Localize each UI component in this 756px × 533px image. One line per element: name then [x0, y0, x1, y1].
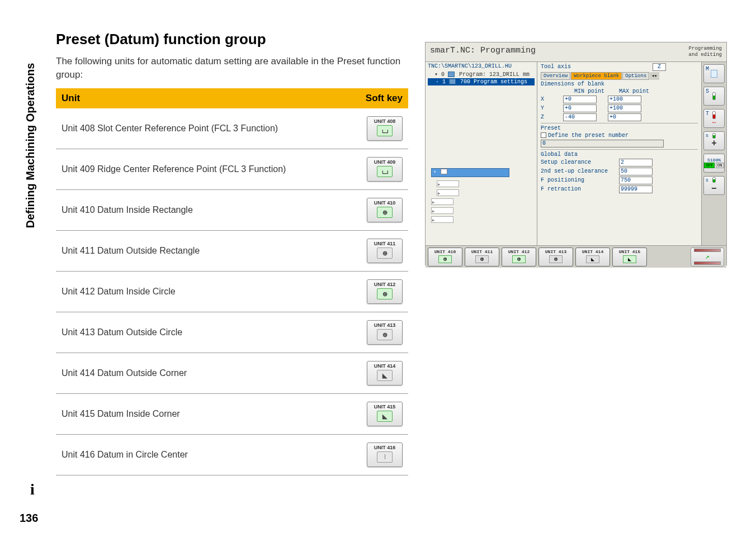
- softkey-cell: UNIT 411: [352, 230, 408, 271]
- table-row: Unit 410 Datum Inside RectangleUNIT 410: [56, 189, 408, 230]
- x-max-input[interactable]: +100: [608, 96, 641, 103]
- softkey-button[interactable]: UNIT 413: [367, 320, 403, 345]
- tool-axis-row: Tool axis Z: [541, 63, 698, 71]
- page-title: Preset (Datum) function group: [56, 31, 408, 48]
- z-min-input[interactable]: -40: [563, 113, 597, 121]
- footer-softkey-label: UNIT 413: [545, 249, 566, 254]
- softkey-button[interactable]: UNIT 416: [367, 442, 403, 467]
- tree-num-1: 1: [442, 79, 446, 85]
- tool-axis-value[interactable]: Z: [653, 63, 666, 71]
- sidebar-label-text: Defining Machining Operations: [25, 63, 37, 228]
- scr-mode-line2: and editing: [689, 52, 722, 58]
- footer-softkey-label: UNIT 414: [582, 249, 603, 254]
- unit-description: Unit 415 Datum Inside Corner: [56, 393, 352, 434]
- tb-plus-button[interactable]: S +: [703, 131, 725, 150]
- footer-nav-button[interactable]: ↗: [691, 248, 724, 266]
- y-max-input[interactable]: +100: [608, 104, 641, 112]
- tb-minus-button[interactable]: S –: [703, 176, 725, 195]
- footer-softkey-button[interactable]: UNIT 412: [502, 248, 536, 266]
- tab-workpiece-blank[interactable]: Workpiece blank: [571, 72, 622, 80]
- minus-icon: –: [711, 183, 717, 194]
- footer-softkey-button[interactable]: UNIT 413: [538, 248, 573, 266]
- footer-softkey-label: UNIT 411: [471, 249, 493, 254]
- tree-placeholder-1[interactable]: ▹: [437, 180, 459, 187]
- program-icon: [448, 72, 455, 77]
- softkey-button[interactable]: UNIT 408: [367, 116, 403, 141]
- footer-softkey-icon: [438, 255, 452, 263]
- footer-softkey-icon: [512, 255, 526, 263]
- scr-tree-settings[interactable]: · 1 700 Program settings: [428, 78, 535, 85]
- softkey-label: UNIT 414: [367, 363, 402, 369]
- tb-m-button[interactable]: M: [703, 64, 725, 83]
- tab-overview[interactable]: Overview: [541, 72, 570, 80]
- tree-placeholder-2[interactable]: ▹: [437, 189, 459, 196]
- softkey-graphic-icon: [377, 370, 393, 381]
- second-clearance-input[interactable]: 50: [619, 168, 653, 175]
- tree-text-0: Program: 123_DRILL mm: [459, 72, 530, 78]
- fret-row: F retraction 99999: [541, 185, 698, 193]
- softkey-button[interactable]: UNIT 414: [367, 361, 403, 386]
- scr-form: Tool axis Z Overview Workpiece blank Opt…: [537, 62, 701, 245]
- table-row: Unit 415 Datum Inside CornerUNIT 415: [56, 393, 408, 434]
- softkey-button[interactable]: UNIT 412: [367, 279, 403, 304]
- fpos-input[interactable]: 750: [619, 177, 653, 184]
- softkey-button[interactable]: UNIT 411: [367, 239, 403, 263]
- tb-s100-button[interactable]: S100% OFF ON: [703, 154, 725, 173]
- tb-s-small: S: [706, 133, 708, 138]
- softkey-cell: UNIT 416: [352, 434, 408, 475]
- softkey-label: UNIT 410: [367, 200, 402, 206]
- footer-softkey-button[interactable]: UNIT 411: [465, 248, 499, 266]
- sidebar-section-label: Defining Machining Operations: [22, 34, 39, 257]
- scr-mode-line1: Programming: [689, 46, 722, 52]
- unit-description: Unit 409 Ridge Center Reference Point (F…: [56, 149, 352, 189]
- thermometer-red-icon: [712, 111, 716, 119]
- y-min-input[interactable]: +0: [563, 104, 597, 112]
- scr-tree-program[interactable]: ▾ 0 Program: 123_DRILL mm: [428, 70, 535, 78]
- tree-placeholder-3[interactable]: ▹: [431, 198, 453, 205]
- footer-softkey-button[interactable]: UNIT 414: [575, 248, 610, 266]
- define-preset-row: Define the preset number: [541, 132, 698, 139]
- tree-placeholder-4[interactable]: ▹: [431, 207, 453, 214]
- softkey-button[interactable]: UNIT 415: [367, 402, 403, 426]
- table-row: Unit 413 Datum Outside CircleUNIT 413: [56, 312, 408, 353]
- x-min-input[interactable]: +0: [563, 96, 597, 103]
- footer-softkey-button[interactable]: UNIT 410: [428, 248, 462, 266]
- define-preset-checkbox[interactable]: [541, 132, 546, 138]
- softkey-label: UNIT 413: [367, 322, 402, 328]
- softkey-label: UNIT 409: [367, 159, 402, 165]
- global-data-label: Global data: [541, 151, 578, 158]
- z-max-input[interactable]: +0: [608, 113, 641, 121]
- softkey-cell: UNIT 415: [352, 393, 408, 434]
- footer-softkey-button[interactable]: UNIT 415: [612, 248, 647, 266]
- table-row: Unit 408 Slot Center Reference Point (FC…: [56, 108, 408, 149]
- therm-small2-icon: [712, 177, 716, 183]
- scr-right-toolbar: M S T ↔ S + S100%: [701, 62, 726, 245]
- softkey-button[interactable]: UNIT 409: [367, 157, 403, 182]
- tb-t-button[interactable]: T ↔: [703, 109, 725, 128]
- scr-mode-label: Programming and editing: [689, 46, 722, 58]
- softkey-graphic-icon: [377, 207, 393, 218]
- tree-placeholder-5[interactable]: ▹: [431, 216, 453, 223]
- preset-number-input[interactable]: 0: [541, 140, 664, 147]
- minmax-header-row: MIN point MAX point: [541, 88, 698, 94]
- tb-s-button[interactable]: S: [703, 87, 725, 106]
- table-header-row: Unit Soft key: [56, 88, 408, 108]
- fret-input[interactable]: 99999: [619, 185, 653, 193]
- info-icon-glyph: i: [30, 480, 35, 498]
- softkey-button[interactable]: UNIT 410: [367, 198, 403, 222]
- unit-description: Unit 411 Datum Outside Rectangle: [56, 230, 352, 271]
- z-label: Z: [541, 114, 563, 120]
- table-row: Unit 411 Datum Outside RectangleUNIT 411: [56, 230, 408, 271]
- scr-right-panel: Tool axis Z Overview Workpiece blank Opt…: [537, 62, 726, 245]
- dims-label: Dimensions of blank: [541, 81, 604, 87]
- scr-tree-highlight-box[interactable]: ▿: [431, 168, 509, 177]
- softkey-cell: UNIT 409: [352, 149, 408, 189]
- s100-label: S100%: [707, 158, 721, 163]
- global-label-row: Global data: [541, 151, 698, 158]
- tab-scroll-arrows[interactable]: ◂▸: [650, 72, 659, 80]
- unit-description: Unit 408 Slot Center Reference Point (FC…: [56, 108, 352, 149]
- info-icon: i: [22, 479, 42, 499]
- footer-softkey-label: UNIT 415: [619, 249, 640, 254]
- setup-clearance-input[interactable]: 2: [619, 159, 653, 166]
- tab-options[interactable]: Options: [622, 72, 649, 80]
